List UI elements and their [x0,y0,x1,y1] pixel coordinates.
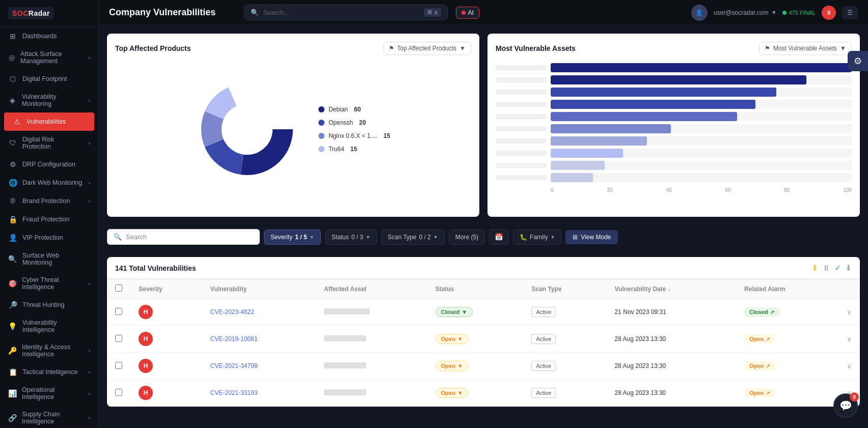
row-checkbox[interactable] [115,308,122,315]
row-cve-cell[interactable]: CVE-2023-4822 [202,299,316,326]
sidebar-item-label: Dark Web Monitoring [22,179,82,186]
table-search-input[interactable]: 🔍 Search [107,229,260,245]
row-checkbox[interactable] [115,389,122,396]
scan-type-badge: Active [531,307,556,317]
bar-track-6 [551,124,852,133]
view-mode-btn[interactable]: ⊞ View Mode [565,230,618,244]
row-checkbox[interactable] [115,362,122,369]
sidebar-item-label: Digital Footprint [22,75,67,82]
sidebar-item-digital-risk[interactable]: 🛡 Digital Risk Protection › [0,131,98,155]
sidebar-item-operational[interactable]: 📊 Operational Intelligence › [0,381,98,406]
sidebar-item-label: Digital Risk Protection [22,136,84,150]
row-expand-icon[interactable]: ∨ [847,362,852,370]
sidebar-item-supply-chain[interactable]: 🔗 Supply Chain Intelligence › [0,406,98,428]
filter-bar: 🔍 Search Severity 1 / 5 ▼ Status 0 / 3 ▼… [107,225,860,249]
notification-button[interactable]: 9 [822,6,836,20]
severity-filter-btn[interactable]: Severity 1 / 5 ▼ [264,230,321,245]
ai-button[interactable]: AI [456,7,479,19]
chart-title-right: Most Vulnerable Assets [496,44,576,52]
sidebar-item-identity-access[interactable]: 🔑 Identity & Access Intelligence › [0,338,98,363]
row-scan-type-cell: Active [523,299,606,326]
status-pill-open[interactable]: Open ▼ [436,334,469,344]
sidebar-item-drp-config[interactable]: ⚙ DRP Configuration [0,155,98,174]
severity-chevron: ▼ [310,235,314,240]
status-pill-open[interactable]: Open ▼ [436,361,469,371]
bar-label-2 [496,77,547,82]
sidebar-item-label: Vulnerability Monitoring [22,93,84,107]
family-filter-btn[interactable]: 🐛 Family ▼ [513,230,561,245]
vulnerabilities-table: Severity Vulnerability Affected Asset St… [107,279,860,407]
sidebar-item-digital-footprint[interactable]: ⬡ Digital Footprint [0,70,98,88]
alarm-pill-closed[interactable]: Closed ↗ [744,307,779,317]
alarm-pill-open[interactable]: Open ↗ [744,334,775,344]
sidebar-item-attack-surface[interactable]: ◎ Attack Surface Management › [0,45,98,70]
chat-fab[interactable]: 💬 9 [833,393,858,418]
sidebar-item-cyber-threat[interactable]: 🎯 Cyber Threat Intelligence › [0,271,98,296]
drp-config-icon: ⚙ [8,160,17,168]
sidebar-item-label: Brand Protection [22,197,70,205]
row-expand-cell[interactable]: ∨ [838,353,860,380]
chevron-icon: › [89,348,90,354]
row-expand-icon[interactable]: ∨ [847,335,852,343]
digital-risk-icon: 🛡 [8,139,17,147]
pause-icon[interactable]: ⏸ [822,264,830,273]
row-severity-cell: H [130,380,202,407]
row-expand-icon[interactable]: ∨ [847,308,852,316]
chevron-icon: › [89,369,90,375]
sidebar-item-vuln-intelligence[interactable]: 💡 Vulnerability Intelligence [0,314,98,338]
bar-label-5 [496,114,547,119]
select-all-checkbox[interactable] [115,284,122,292]
sidebar-item-fraud-protection[interactable]: 🔒 Fraud Protection [0,210,98,229]
scan-type-badge: Active [531,334,556,344]
row-cve-cell[interactable]: CVE-2021-34798 [202,353,316,380]
row-scan-type-cell: Active [523,380,606,407]
status-pill-closed[interactable]: Closed ▼ [436,307,473,317]
sidebar-item-label: Vulnerability Intelligence [22,319,90,333]
check-icon[interactable]: ✓ [834,263,841,273]
status-pill-open[interactable]: Open ▼ [436,388,469,398]
total-count: 141 Total Vulnerabilities [115,264,196,272]
more-filters-btn[interactable]: More (5) [449,230,485,245]
calendar-btn[interactable]: 📅 [489,229,509,245]
search-icon-filter: 🔍 [114,233,122,241]
chevron-icon: › [89,55,90,61]
sidebar-item-vip-protection[interactable]: 👤 VIP Protection [0,229,98,247]
chart-filter-btn-left[interactable]: ⚑ Top Affected Products ▼ [383,42,471,55]
sidebar-item-threat-hunting[interactable]: 🔎 Threat Hunting [0,296,98,314]
alarm-pill-open[interactable]: Open ↗ [744,388,775,397]
sidebar-item-dark-web[interactable]: 🌐 Dark Web Monitoring › [0,174,98,192]
alarm-pill-open[interactable]: Open ↗ [744,361,775,370]
global-search[interactable]: 🔍 Search... ⌘ K [244,5,448,20]
sidebar-item-dashboards[interactable]: ⊞ Dashboards [0,27,98,45]
sidebar-item-brand-protection[interactable]: ® Brand Protection › [0,192,98,210]
scan-type-filter-btn[interactable]: Scan Type 0 / 2 ▼ [381,230,445,245]
bar-label-9 [496,163,547,168]
search-shortcut: ⌘ K [424,8,441,17]
sidebar-item-tactical[interactable]: 📋 Tactical Intelligence › [0,363,98,381]
bar-fill-4 [551,100,755,109]
chart-filter-btn-right[interactable]: ⚑ Most Vulnerable Assets ▼ [759,42,852,55]
logo-area: SOCRadar [0,0,98,27]
row-checkbox[interactable] [115,335,122,342]
vulnerabilities-table-section: 141 Total Vulnerabilities ⬇ ⏸ ✓ ⬇ Severi… [107,257,860,407]
sidebar-item-vulnerabilities[interactable]: ⚠ Vulnerabilities [4,112,94,131]
sidebar-item-label: Supply Chain Intelligence [22,411,84,425]
extra-menu-button[interactable]: ☰ [842,6,858,19]
sidebar-item-surface-web[interactable]: 🔍 Surface Web Monitoring [0,247,98,271]
row-severity-cell: H [130,326,202,353]
download-icon[interactable]: ⬇ [845,263,852,273]
row-expand-cell[interactable]: ∨ [838,326,860,353]
col-related-alarm: Related Alarm [736,279,838,299]
row-cve-cell[interactable]: CVE-2021-33193 [202,380,316,407]
settings-fab[interactable]: ⚙ [848,51,868,71]
status-dot [782,11,786,15]
sidebar-item-label: VIP Protection [22,234,63,241]
export-icon[interactable]: ⬇ [811,263,818,273]
blurred-asset: 10.000.172.540 [324,362,366,368]
avatar: 👤 [691,5,708,21]
row-cve-cell[interactable]: CVE-2019-10081 [202,326,316,353]
row-expand-cell[interactable]: ∨ [838,299,860,326]
chevron-icon: › [89,281,90,287]
status-filter-btn[interactable]: Status 0 / 3 ▼ [325,230,377,245]
sidebar-item-vulnerability-monitoring[interactable]: ◈ Vulnerability Monitoring › [0,88,98,112]
